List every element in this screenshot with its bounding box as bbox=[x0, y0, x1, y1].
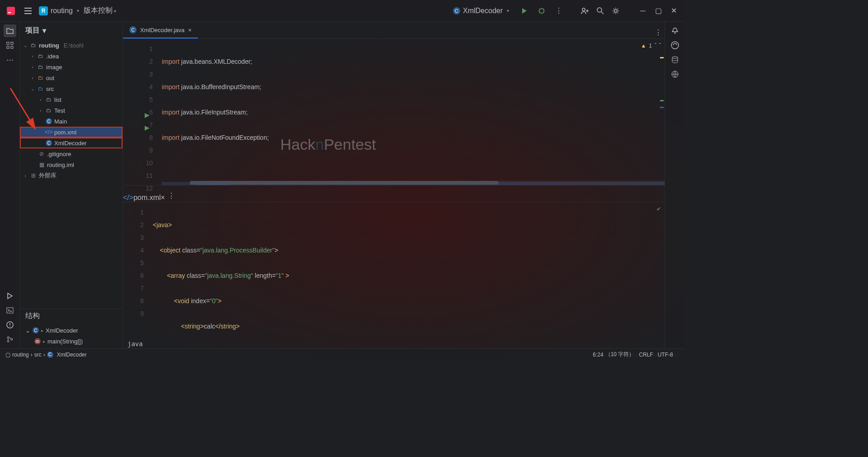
svg-point-15 bbox=[11, 338, 13, 340]
status-eol[interactable]: CRLF bbox=[639, 352, 653, 358]
tree-item-image[interactable]: ›🗀image bbox=[20, 62, 123, 72]
more-tools-icon[interactable]: ⋯ bbox=[4, 53, 16, 66]
tab-pom-xml[interactable]: </>pom.xml× bbox=[123, 194, 165, 202]
svg-rect-8 bbox=[11, 42, 13, 44]
tree-item-extlib[interactable]: ›⊞外部库 bbox=[20, 170, 123, 181]
svg-rect-1 bbox=[7, 7, 15, 15]
vcs-menu[interactable]: 版本控制▾ bbox=[84, 6, 116, 15]
project-panel-header[interactable]: 项目▾ bbox=[20, 22, 123, 39]
more-actions-icon[interactable]: ⋮ bbox=[552, 5, 565, 17]
tree-item-src[interactable]: ⌄🗀src bbox=[20, 83, 123, 94]
struct-method[interactable]: m▸main(String[]) bbox=[20, 336, 123, 347]
tree-item-gitignore[interactable]: ⊘.gitignore bbox=[20, 148, 123, 159]
statusbar: ▢routing› src› CXmlDecoder 6:24（10 字符） C… bbox=[0, 348, 684, 360]
editor-area: CXmlDecoder.java× ⋮ ▲1ˆˇ 12345 6▶ 7▶ 891… bbox=[123, 22, 665, 348]
debug-button[interactable] bbox=[535, 5, 548, 17]
svg-rect-9 bbox=[7, 46, 9, 48]
vcs-tool-icon[interactable] bbox=[4, 333, 16, 346]
ai-assistant-icon[interactable] bbox=[669, 39, 681, 52]
tree-item-out[interactable]: ›🗀out bbox=[20, 72, 123, 83]
code-java[interactable]: import java.beans.XMLDecoder; import jav… bbox=[156, 39, 665, 185]
web-icon[interactable] bbox=[669, 68, 681, 81]
settings-icon[interactable] bbox=[609, 5, 622, 17]
status-encoding[interactable]: UTF-8 bbox=[658, 352, 673, 358]
close-icon[interactable]: ✕ bbox=[667, 5, 680, 17]
run-config-selector[interactable]: CXmlDecoder▾ bbox=[448, 5, 514, 16]
problems-tool-icon[interactable] bbox=[4, 319, 16, 331]
tree-item-main[interactable]: CMain bbox=[20, 116, 123, 127]
project-panel: 项目▾ ⌄🗀routingE:\tool\I ›🗀.idea ›🗀image ›… bbox=[20, 22, 123, 348]
app-logo bbox=[5, 5, 17, 17]
titlebar: R routing▾ 版本控制▾ CXmlDecoder▾ ⋮ ─ ▢ ✕ bbox=[0, 0, 684, 22]
horizontal-scrollbar[interactable] bbox=[190, 181, 665, 185]
maximize-icon[interactable]: ▢ bbox=[652, 5, 665, 17]
close-tab-icon[interactable]: × bbox=[161, 194, 165, 201]
tree-item-idea[interactable]: ›🗀.idea bbox=[20, 51, 123, 62]
editor-java[interactable]: ▲1ˆˇ 12345 6▶ 7▶ 89101112 import java.be… bbox=[123, 39, 665, 185]
tab-more-icon[interactable]: ⋮ bbox=[652, 26, 665, 38]
tree-item-pom[interactable]: </>pom.xml bbox=[20, 127, 123, 138]
inspection-widget-ok[interactable]: ✔ bbox=[656, 206, 661, 212]
svg-point-4 bbox=[582, 8, 585, 11]
tree-root[interactable]: ⌄🗀routingE:\tool\I bbox=[20, 40, 123, 51]
svg-point-5 bbox=[597, 8, 602, 12]
structure-panel-header[interactable]: 结构 bbox=[20, 309, 123, 323]
search-icon[interactable] bbox=[594, 5, 607, 17]
breadcrumb[interactable]: ▢routing› src› CXmlDecoder bbox=[5, 352, 87, 358]
left-toolbar: ⋯ bbox=[0, 22, 20, 348]
status-caret[interactable]: 6:24（10 字符） bbox=[593, 351, 634, 358]
editor-tabs-bottom: </>pom.xml× ⋮ bbox=[123, 185, 665, 202]
svg-point-16 bbox=[674, 33, 675, 34]
run-button[interactable] bbox=[518, 5, 531, 17]
svg-rect-7 bbox=[7, 42, 9, 44]
editor-xml[interactable]: ✔ 123456789 <java> <object class="java.l… bbox=[123, 202, 665, 348]
terminal-tool-icon[interactable] bbox=[4, 304, 16, 317]
services-tool-icon[interactable] bbox=[4, 290, 16, 302]
structure-tool-icon[interactable] bbox=[4, 39, 16, 52]
close-tab-icon[interactable]: × bbox=[188, 27, 192, 33]
inspection-widget[interactable]: ▲1ˆˇ bbox=[641, 43, 661, 49]
svg-rect-10 bbox=[11, 46, 13, 48]
svg-point-13 bbox=[7, 337, 9, 338]
struct-class[interactable]: ⌄C▸XmlDecoder bbox=[20, 325, 123, 336]
tab-xmldecoder-java[interactable]: CXmlDecoder.java× bbox=[123, 22, 198, 38]
tab-more-icon[interactable]: ⋮ bbox=[165, 189, 178, 202]
tree-item-xmldecoder[interactable]: CXmlDecoder bbox=[20, 138, 123, 148]
breadcrumb-xml[interactable]: java bbox=[127, 340, 143, 348]
hamburger-icon[interactable] bbox=[22, 5, 34, 17]
code-xml[interactable]: <java> <object class="java.lang.ProcessB… bbox=[147, 202, 665, 348]
editor-tabs-top: CXmlDecoder.java× ⋮ bbox=[123, 22, 665, 39]
svg-rect-2 bbox=[8, 12, 11, 13]
code-with-me-icon[interactable] bbox=[579, 5, 591, 17]
svg-point-6 bbox=[614, 10, 617, 12]
right-toolbar bbox=[665, 22, 684, 348]
structure-panel: ⌄C▸XmlDecoder m▸main(String[]) bbox=[20, 323, 123, 348]
project-tree[interactable]: ⌄🗀routingE:\tool\I ›🗀.idea ›🗀image ›🗀out… bbox=[20, 39, 123, 309]
tree-item-list[interactable]: ›🗀list bbox=[20, 94, 123, 105]
status-indent[interactable] bbox=[678, 352, 679, 358]
svg-point-17 bbox=[672, 57, 678, 58]
minimize-icon[interactable]: ─ bbox=[637, 5, 649, 17]
svg-point-14 bbox=[7, 340, 9, 342]
tree-item-test[interactable]: ›🗀Test bbox=[20, 105, 123, 116]
project-selector[interactable]: R routing▾ bbox=[39, 6, 79, 15]
project-tool-icon[interactable] bbox=[4, 24, 16, 37]
notifications-icon[interactable] bbox=[669, 24, 681, 37]
tree-item-iml[interactable]: ▦routing.iml bbox=[20, 159, 123, 170]
database-icon[interactable] bbox=[669, 53, 681, 66]
